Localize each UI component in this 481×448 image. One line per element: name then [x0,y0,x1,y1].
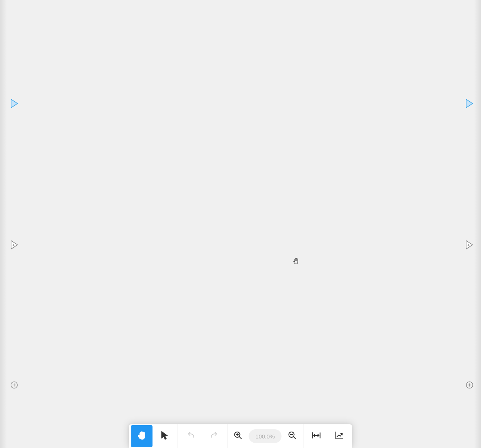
zoom-out-icon [288,431,297,442]
play-marker-left[interactable] [10,99,19,108]
add-node-right[interactable] [466,381,473,389]
zoom-in-icon [234,431,243,442]
add-section-right[interactable]: + [465,240,474,250]
chart-view-button[interactable] [329,425,350,447]
fit-width-button[interactable] [306,425,327,447]
svg-line-17 [294,437,296,439]
svg-marker-6 [466,99,473,108]
hand-tool-button[interactable] [131,425,153,447]
zoom-group [228,424,303,448]
plus-circle-icon [10,383,18,390]
redo-button[interactable] [203,425,225,447]
plus-circle-icon [466,383,473,390]
zoom-in-button[interactable] [229,425,247,447]
bottom-toolbar [129,424,352,448]
zoom-level-input[interactable] [249,429,282,443]
fit-width-icon [312,430,321,442]
pointer-icon [160,430,170,442]
play-icon [465,103,474,110]
play-icon [10,103,19,110]
undo-button[interactable] [181,425,202,447]
svg-line-13 [239,437,242,439]
chart-icon [334,430,344,442]
play-marker-right[interactable] [465,99,474,108]
svg-text:+: + [467,243,470,247]
svg-text:+: + [12,243,15,247]
play-plus-icon: + [465,244,474,251]
hand-icon [137,430,147,442]
redo-icon [209,430,219,442]
zoom-out-button[interactable] [283,425,302,447]
play-plus-icon: + [10,244,19,251]
view-group [303,424,352,448]
tool-mode-group [129,424,178,448]
svg-marker-0 [11,99,18,108]
add-node-left[interactable] [10,381,18,389]
pointer-tool-button[interactable] [154,425,176,447]
hand-icon [292,260,300,266]
hand-cursor-indicator [292,257,300,265]
add-section-left[interactable]: + [10,240,19,250]
canvas-area[interactable]: + + [0,0,481,448]
undo-icon [186,430,196,442]
history-group [178,424,227,448]
